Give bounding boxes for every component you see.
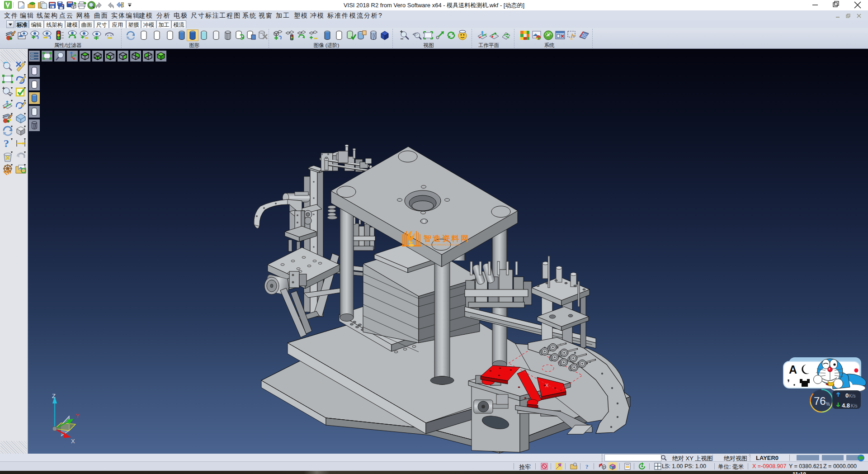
svg-text:X: X [71,438,75,445]
svg-text:0: 0 [845,392,849,399]
svg-text:,: , [787,372,790,383]
svg-text:INTELLIGENT MANUFACTURING DATA: INTELLIGENT MANUFACTURING DATA [424,244,461,246]
svg-text:Y: Y [75,412,80,419]
svg-text:?: ? [4,137,9,149]
svg-text:A: A [789,363,797,376]
svg-text:X: X [545,383,549,388]
svg-text:4.8: 4.8 [842,402,850,409]
svg-text:K/s: K/s [849,393,855,398]
svg-text:76: 76 [814,395,826,407]
svg-text:智造资料网: 智造资料网 [423,234,469,243]
svg-text:Z: Z [52,393,56,399]
svg-text:K/s: K/s [851,403,857,408]
svg-text:%: % [826,402,830,407]
